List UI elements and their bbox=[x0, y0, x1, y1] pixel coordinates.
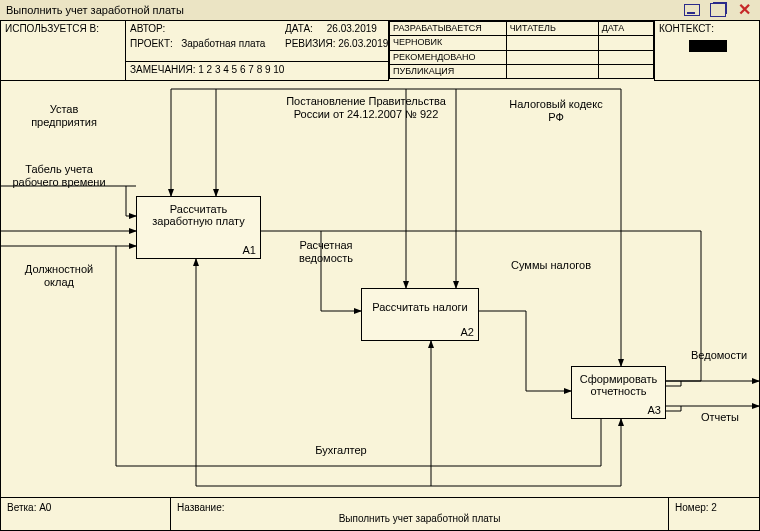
block-a2[interactable]: Рассчитать налоги A2 bbox=[361, 288, 479, 341]
footer-branch: Ветка: A0 bbox=[1, 498, 171, 530]
label-flow-vedomost: Расчетная ведомость bbox=[281, 239, 371, 265]
close-icon: ✕ bbox=[738, 4, 751, 16]
block-a1-id: A1 bbox=[243, 244, 256, 256]
status-publication: ПУБЛИКАЦИЯ bbox=[390, 64, 507, 78]
status-table: РАЗРАБАТЫВАЕТСЯ ЧИТАТЕЛЬ ДАТА ЧЕРНОВИК Р… bbox=[389, 21, 654, 79]
block-a3[interactable]: Сформировать отчетность A3 bbox=[571, 366, 666, 419]
footer: Ветка: A0 Название: Выполнить учет зараб… bbox=[1, 497, 759, 530]
window-title: Выполнить учет заработной платы bbox=[0, 4, 684, 16]
context-cell: КОНТЕКСТ: bbox=[654, 21, 759, 81]
status-developing: РАЗРАБАТЫВАЕТСЯ bbox=[390, 22, 507, 36]
label-flow-nalogi: Суммы налогов bbox=[511, 259, 591, 272]
block-a2-id: A2 bbox=[461, 326, 474, 338]
label-control-ustav: Устав предприятия bbox=[19, 103, 109, 129]
footer-name: Название: Выполнить учет заработной плат… bbox=[171, 498, 669, 530]
block-a1[interactable]: Рассчитать заработную плату A1 bbox=[136, 196, 261, 259]
label-control-postanovlenie: Постановление Правительства России от 24… bbox=[281, 95, 451, 121]
header-area: ИСПОЛЬЗУЕТСЯ В: АВТОР: ПРОЕКТ: Заработна… bbox=[1, 21, 759, 81]
label-control-nalog: Налоговый кодекс РФ bbox=[501, 98, 611, 124]
status-recommended: РЕКОМЕНДОВАНО bbox=[390, 50, 507, 64]
footer-number: Номер: 2 bbox=[669, 498, 759, 530]
maximize-button[interactable] bbox=[710, 3, 726, 17]
status-reader: ЧИТАТЕЛЬ bbox=[506, 22, 598, 36]
window-controls: ✕ bbox=[684, 3, 760, 17]
maximize-icon bbox=[710, 3, 726, 17]
label-output-otchety: Отчеты bbox=[701, 411, 759, 424]
label-mechanism-buh: Бухгалтер bbox=[301, 444, 381, 457]
block-a3-title: Сформировать отчетность bbox=[580, 373, 658, 397]
status-date-col: ДАТА bbox=[598, 22, 653, 36]
minimize-button[interactable] bbox=[684, 3, 700, 17]
close-button[interactable]: ✕ bbox=[736, 3, 752, 17]
diagram-frame: ИСПОЛЬЗУЕТСЯ В: АВТОР: ПРОЕКТ: Заработна… bbox=[0, 20, 760, 531]
label-output-vedomosti: Ведомости bbox=[691, 349, 759, 362]
status-draft: ЧЕРНОВИК bbox=[390, 36, 507, 50]
label-input-tabel: Табель учета рабочего времени bbox=[9, 163, 109, 189]
block-a3-id: A3 bbox=[648, 404, 661, 416]
block-a1-title: Рассчитать заработную плату bbox=[152, 203, 244, 227]
diagram-canvas: Рассчитать заработную плату A1 Рассчитат… bbox=[1, 81, 759, 498]
window-titlebar: Выполнить учет заработной платы ✕ bbox=[0, 0, 760, 21]
block-a2-title: Рассчитать налоги bbox=[372, 301, 467, 313]
used-in-cell: ИСПОЛЬЗУЕТСЯ В: bbox=[1, 21, 126, 81]
notes-row: ЗАМЕЧАНИЯ: 1 2 3 4 5 6 7 8 9 10 bbox=[126, 61, 389, 81]
label-input-oklad: Должностной оклад bbox=[9, 263, 109, 289]
minimize-icon bbox=[684, 4, 700, 16]
context-icon bbox=[689, 40, 727, 52]
